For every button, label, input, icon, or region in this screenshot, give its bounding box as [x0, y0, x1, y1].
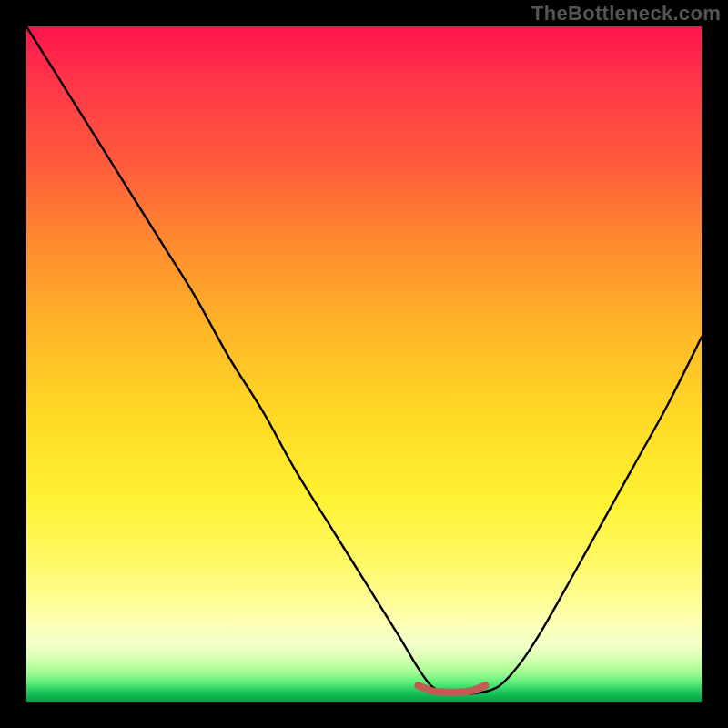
chart-svg — [26, 26, 702, 702]
bottleneck-curve-path — [26, 26, 702, 694]
attribution-text: TheBottleneck.com — [531, 2, 721, 25]
plot-area — [26, 26, 702, 702]
chart-frame: TheBottleneck.com — [0, 0, 728, 728]
optimal-band-path — [418, 685, 485, 693]
